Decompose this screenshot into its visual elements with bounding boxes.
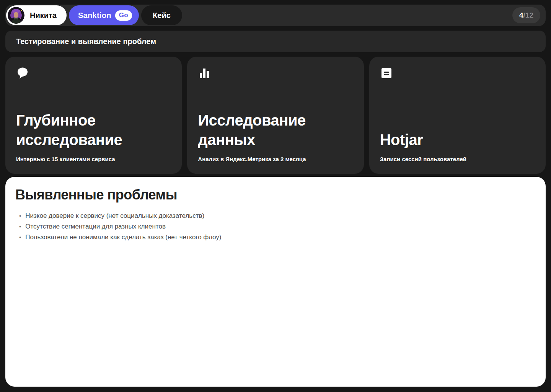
slide-page: Никита Sanktion Go Кейс 4/12 Тестировани…	[0, 0, 551, 392]
card-subtitle: Интервью с 15 клиентами сервиса	[16, 156, 171, 162]
slide-counter-current: 4	[519, 11, 523, 20]
top-bar: Никита Sanktion Go Кейс 4/12	[5, 5, 546, 26]
user-name: Никита	[30, 11, 57, 20]
card-deep-research: Глубинное исследование Интервью с 15 кли…	[5, 57, 182, 174]
brand-pill[interactable]: Sanktion Go	[69, 5, 139, 25]
case-pill[interactable]: Кейс	[141, 5, 182, 25]
card-data-research: Исследование данных Анализ в Яндекс.Метр…	[187, 57, 364, 174]
problems-panel: Выявленные проблемы • Низкое доверие к с…	[5, 177, 546, 387]
user-avatar	[8, 7, 24, 24]
brand-go-badge: Go	[115, 10, 132, 21]
bullet-dot: •	[19, 221, 21, 232]
slide-counter-total: /12	[523, 11, 533, 20]
card-subtitle: Записи сессий пользователей	[380, 156, 535, 162]
card-hotjar: Hotjar Записи сессий пользователей	[369, 57, 546, 174]
card-title: Глубинное исследование	[16, 111, 146, 150]
problem-text: Отсутствие сегментации для разных клиент…	[25, 221, 166, 232]
bar-chart-icon	[198, 67, 211, 80]
speech-bubble-icon	[16, 67, 29, 80]
research-cards-row: Глубинное исследование Интервью с 15 кли…	[5, 57, 546, 174]
section-title-bar: Тестирование и выявление проблем	[5, 31, 546, 52]
card-title: Исследование данных	[198, 111, 328, 150]
problems-title: Выявленные проблемы	[15, 187, 536, 203]
problem-text: Низкое доверие к сервису (нет социальных…	[25, 211, 204, 221]
problems-list: • Низкое доверие к сервису (нет социальн…	[15, 211, 536, 243]
brand-label: Sanktion	[78, 11, 111, 20]
user-pill[interactable]: Никита	[6, 5, 67, 25]
card-title: Hotjar	[380, 130, 510, 150]
problem-text: Пользователи не понимали как сделать зак…	[25, 232, 221, 243]
case-label: Кейс	[153, 11, 171, 20]
problem-item: • Низкое доверие к сервису (нет социальн…	[15, 211, 536, 221]
problem-item: • Пользователи не понимали как сделать з…	[15, 232, 536, 243]
card-subtitle: Анализ в Яндекс.Метрика за 2 месяца	[198, 156, 353, 162]
slide-counter: 4/12	[512, 7, 540, 23]
bullet-dot: •	[19, 211, 21, 221]
section-title: Тестирование и выявление проблем	[16, 37, 156, 46]
bullet-dot: •	[19, 232, 21, 243]
top-bar-left-group: Никита Sanktion Go Кейс	[6, 5, 182, 25]
problem-item: • Отсутствие сегментации для разных клие…	[15, 221, 536, 232]
document-icon	[380, 67, 393, 80]
